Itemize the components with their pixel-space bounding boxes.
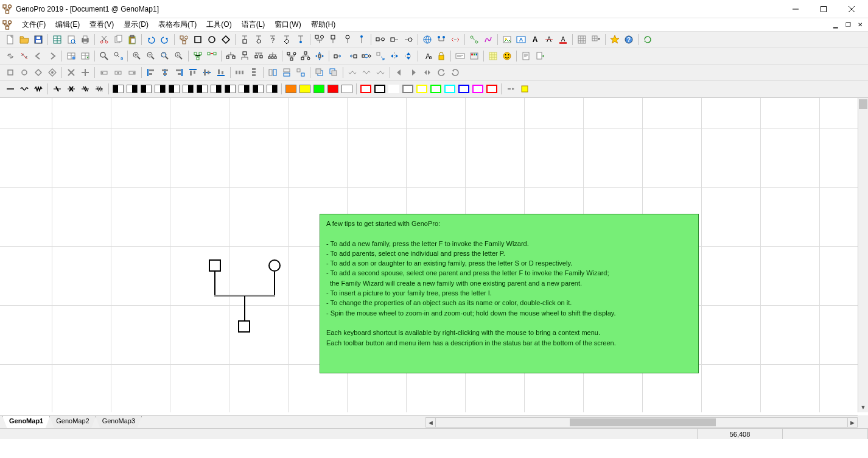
- tree-spread-icon[interactable]: [266, 49, 279, 63]
- link-as-parent-icon[interactable]: [355, 33, 368, 46]
- descendants-icon[interactable]: [299, 49, 312, 63]
- new-icon[interactable]: [4, 33, 17, 46]
- flip-left-icon[interactable]: [393, 66, 406, 79]
- slash-2-cross-icon[interactable]: [65, 82, 78, 96]
- menu-table-layout[interactable]: 表格布局(T): [153, 18, 201, 31]
- gender-female-icon[interactable]: [18, 66, 31, 79]
- new-father-icon[interactable]: [327, 33, 340, 46]
- fill-pattern-tr-icon[interactable]: [125, 82, 139, 96]
- border-color-2-icon[interactable]: [387, 82, 401, 96]
- gender-unknown-icon[interactable]: [32, 66, 45, 79]
- autoarrange-icon[interactable]: [191, 49, 205, 63]
- new-mate-icon[interactable]: [374, 33, 387, 46]
- new-son-icon[interactable]: [238, 33, 251, 46]
- vertical-scroll-thumb[interactable]: [859, 99, 867, 109]
- gender-male-icon[interactable]: [4, 66, 17, 79]
- menu-window[interactable]: 窗口(W): [270, 18, 306, 31]
- align-top-icon[interactable]: [186, 66, 200, 79]
- save-icon[interactable]: [32, 33, 45, 46]
- fill-pattern-c2-icon[interactable]: [265, 82, 279, 96]
- new-daughter-icon[interactable]: [252, 33, 265, 46]
- fill-pattern-c1-icon[interactable]: [251, 82, 265, 96]
- bookmark-icon[interactable]: [65, 49, 78, 63]
- border-color-7-icon[interactable]: [457, 82, 471, 96]
- autoarrange-spacing-icon[interactable]: [205, 49, 219, 63]
- menu-language[interactable]: 语言(L): [237, 18, 270, 31]
- menu-help[interactable]: 帮助(H): [306, 18, 341, 31]
- show-colors-icon[interactable]: [467, 49, 481, 63]
- unlink2-icon[interactable]: [18, 49, 31, 63]
- scroll-right-arrow[interactable]: ▶: [847, 417, 858, 428]
- canvas[interactable]: 超下载 A few tips to get started with GenoP…: [0, 98, 858, 412]
- rotate-right-icon[interactable]: [449, 66, 462, 79]
- bring-front-icon[interactable]: [313, 66, 326, 79]
- new-pet-icon[interactable]: [219, 33, 233, 46]
- distribute-h-icon[interactable]: [233, 66, 247, 79]
- undo-icon[interactable]: [144, 33, 158, 46]
- color-text-icon[interactable]: A: [556, 33, 570, 46]
- find-icon[interactable]: [97, 49, 111, 63]
- new-female-icon[interactable]: [205, 33, 219, 46]
- social-relation-icon[interactable]: [467, 33, 481, 46]
- zoom-fit-icon[interactable]: [158, 49, 172, 63]
- date-star-icon[interactable]: [608, 33, 621, 46]
- send-back-icon[interactable]: [327, 66, 340, 79]
- close-button[interactable]: [838, 0, 866, 18]
- new-mother-icon[interactable]: [341, 33, 354, 46]
- same-height-icon[interactable]: [280, 66, 293, 79]
- zoom-100-icon[interactable]: 1: [172, 49, 186, 63]
- border-color-6-icon[interactable]: [443, 82, 457, 96]
- strikethrough-icon[interactable]: A: [542, 33, 556, 46]
- fill-pattern-diag2-icon[interactable]: [153, 82, 167, 96]
- align-center-v-icon[interactable]: [200, 66, 214, 79]
- vertical-scrollbar[interactable]: ▲ ▼: [858, 98, 868, 412]
- border-color-8-icon[interactable]: [471, 82, 485, 96]
- paste-icon[interactable]: [125, 33, 139, 46]
- more-styles-icon[interactable]: [504, 82, 517, 96]
- find-replace-icon[interactable]: ab: [111, 49, 125, 63]
- marker-0-icon[interactable]: [97, 66, 111, 79]
- hyperlink-icon[interactable]: [421, 33, 434, 46]
- fill-pattern-bot-icon[interactable]: [181, 82, 195, 96]
- wave-0-icon[interactable]: [346, 66, 359, 79]
- link-icon[interactable]: [4, 49, 17, 63]
- report-icon[interactable]: [519, 49, 533, 63]
- bold-icon[interactable]: A: [528, 33, 542, 46]
- border-color-9-icon[interactable]: [485, 82, 499, 96]
- marker-2-icon[interactable]: [125, 66, 139, 79]
- emotional-relation-icon[interactable]: [481, 33, 495, 46]
- align-bottom-icon[interactable]: [214, 66, 228, 79]
- family-wizard-icon[interactable]: [177, 33, 191, 46]
- new-pet-child-icon[interactable]: [280, 33, 293, 46]
- detach-move-icon[interactable]: [374, 49, 387, 63]
- border-color-3-icon[interactable]: [401, 82, 415, 96]
- link-parents-icon[interactable]: [435, 33, 448, 46]
- happy-icon[interactable]: [500, 49, 514, 63]
- export-icon[interactable]: [533, 49, 547, 63]
- unlink-icon[interactable]: [449, 33, 462, 46]
- rotate-left-icon[interactable]: [435, 66, 448, 79]
- table-layout-icon[interactable]: [51, 33, 64, 46]
- minimize-button[interactable]: [782, 0, 810, 18]
- show-labels-icon[interactable]: [453, 49, 467, 63]
- fill-color-2-icon[interactable]: [312, 82, 326, 96]
- death-plus-icon[interactable]: [79, 66, 92, 79]
- new-unknown-child-icon[interactable]: ?: [266, 33, 279, 46]
- fill-pattern-top-icon[interactable]: [167, 82, 181, 96]
- line-solid-icon[interactable]: [4, 82, 17, 96]
- ancestors-icon[interactable]: [285, 49, 298, 63]
- sibling-left-icon[interactable]: [332, 49, 345, 63]
- mdi-restore-button[interactable]: ❐: [842, 20, 853, 30]
- fill-pattern-right-icon[interactable]: [209, 82, 223, 96]
- tips-box[interactable]: A few tips to get started with GenoPro: …: [320, 214, 699, 373]
- wave-1-icon[interactable]: [360, 66, 373, 79]
- death-cross-icon[interactable]: [65, 66, 78, 79]
- tree-compact-icon[interactable]: [252, 49, 265, 63]
- slash-3-icon[interactable]: [93, 82, 106, 96]
- fill-pattern-tl-icon[interactable]: [111, 82, 125, 96]
- slash-2-icon[interactable]: [79, 82, 92, 96]
- nav-forward-icon[interactable]: [46, 49, 59, 63]
- flip-right-icon[interactable]: [407, 66, 420, 79]
- new-husband-icon[interactable]: [388, 33, 401, 46]
- gender-pet-icon[interactable]: [46, 66, 59, 79]
